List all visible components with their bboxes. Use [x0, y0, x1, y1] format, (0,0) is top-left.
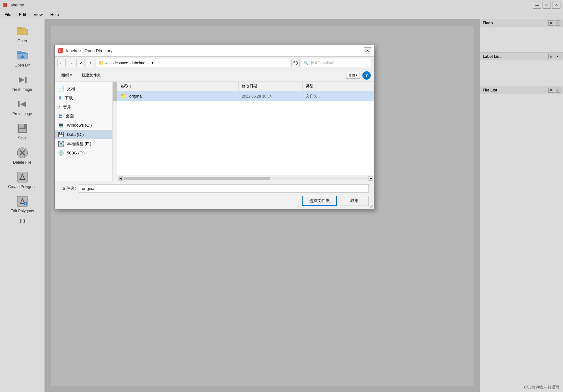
dialog-file-area: 名称 ↑ 修改日期 类型 📁 original [117, 82, 374, 181]
folder-label: 文件夹: [60, 185, 76, 191]
path-part-2: labelme [132, 61, 145, 65]
music-icon: ♪ [58, 104, 60, 110]
svg-line-34 [371, 207, 373, 208]
path-folder-icon: 📁 [99, 60, 104, 66]
data-d-label: Data (D:) [67, 132, 84, 137]
search-bar[interactable]: 🔍 搜索"labelme" [301, 59, 371, 67]
col-header-name[interactable]: 名称 ↑ [117, 82, 239, 91]
file-list-body: 📁 original 2022.05.28 16:34 文件夹 [117, 91, 374, 176]
sidebar-item-data-d[interactable]: 💾 Data (D:) [55, 130, 112, 139]
data-d-icon: 💾 [58, 131, 64, 137]
windows-c-icon: 💻 [58, 122, 64, 128]
dialog-sidebar: 📄 文档 ⬇ 下载 ♪ 音乐 🖥 桌面 [55, 82, 117, 181]
h-scroll-left-arrow[interactable]: ◀ [118, 176, 123, 181]
sidebar-item-desktop[interactable]: 🖥 桌面 [55, 112, 112, 121]
horizontal-scrollbar[interactable]: ◀ ▶ [117, 176, 374, 181]
file-row-original-type: 文件夹 [306, 93, 371, 99]
dialog-title-text: labelme - Open Directory [66, 48, 113, 53]
file-row-original-name: 📁 original [120, 93, 242, 99]
sidebar-item-local-e[interactable]: 💽 本地磁盘 (E:) [55, 139, 112, 148]
refresh-button[interactable] [291, 59, 300, 67]
documents-icon: 📄 [58, 86, 64, 92]
windows-c-label: Windows (C:) [67, 123, 92, 128]
organize-label: 组织 ▾ [61, 73, 72, 78]
nav-dropdown-button[interactable]: ∨ [76, 59, 85, 67]
sidebar-scroll-area: 📄 文档 ⬇ 下载 ♪ 音乐 🖥 桌面 [55, 84, 117, 158]
confirm-button[interactable]: 选择文件夹 [302, 196, 337, 206]
col-sort-icon: ↑ [129, 84, 131, 89]
downloads-icon: ⬇ [58, 95, 62, 101]
folder-input-row: 文件夹: [60, 184, 369, 192]
svg-text:L: L [59, 49, 61, 53]
path-chevron-2: › [147, 61, 148, 65]
nav-forward-button[interactable]: → [67, 59, 75, 67]
file-list-header: 名称 ↑ 修改日期 类型 [117, 82, 374, 91]
view-button[interactable]: ⊞ ⊟ ▾ [346, 72, 360, 79]
file-folder-icon: 📁 [120, 93, 127, 99]
path-bar[interactable]: 📁 « codespace › labelme › ▾ [96, 59, 290, 67]
file-row-original-date: 2022.05.28 16:34 [242, 94, 306, 98]
sidebar-item-documents[interactable]: 📄 文档 [55, 84, 112, 93]
file-name-text: original [129, 94, 143, 98]
path-chevron-1: › [129, 61, 131, 65]
storage-f-label: 500G (F:) [67, 151, 85, 155]
dialog-title-bar: L labelme - Open Directory ✕ [55, 45, 374, 57]
file-row-original[interactable]: 📁 original 2022.05.28 16:34 文件夹 [117, 91, 374, 101]
new-folder-button[interactable]: 新建文件夹 [78, 71, 104, 80]
view-dropdown-arrow: ▾ [356, 73, 358, 77]
local-e-label: 本地磁盘 (E:) [67, 141, 91, 147]
dialog-toolbar: ← → ∨ ↑ 📁 « codespace › labelme › ▾ 🔍 [55, 57, 374, 69]
sidebar-scrollbar-thumb [113, 82, 117, 101]
local-e-icon: 💽 [58, 141, 64, 147]
col-header-date[interactable]: 修改日期 [239, 82, 303, 91]
svg-marker-31 [294, 62, 295, 63]
dialog-overlay: L labelme - Open Directory ✕ ← → ∨ ↑ 📁 «… [0, 0, 563, 392]
h-scroll-track[interactable] [123, 177, 368, 180]
view-icon: ⊞ ⊟ [348, 73, 355, 77]
svg-line-33 [370, 205, 373, 208]
h-scroll-thumb [123, 177, 270, 180]
search-placeholder: 搜索"labelme" [311, 60, 335, 66]
documents-label: 文档 [67, 86, 75, 92]
music-label: 音乐 [63, 104, 71, 110]
sidebar-item-windows-c[interactable]: 💻 Windows (C:) [55, 121, 112, 130]
nav-back-button[interactable]: ← [57, 59, 66, 67]
desktop-label: 桌面 [66, 113, 74, 119]
new-folder-label: 新建文件夹 [82, 73, 101, 77]
nav-up-button[interactable]: ↑ [86, 59, 94, 67]
dialog-footer: 文件夹: 选择文件夹 取消 [55, 181, 374, 209]
path-dropdown-arrow[interactable]: ▾ [149, 59, 155, 67]
dialog-resize-handle[interactable] [369, 204, 373, 208]
downloads-label: 下载 [65, 95, 73, 101]
help-button[interactable]: ? [362, 71, 371, 80]
open-directory-dialog: L labelme - Open Directory ✕ ← → ∨ ↑ 📁 «… [54, 45, 374, 209]
organize-button[interactable]: 组织 ▾ [58, 71, 75, 80]
h-scroll-right-arrow[interactable]: ▶ [368, 176, 373, 181]
sidebar-scrollbar[interactable] [112, 82, 117, 181]
cancel-button[interactable]: 取消 [340, 196, 369, 206]
sidebar-item-music[interactable]: ♪ 音乐 [55, 103, 112, 112]
dialog-buttons: 选择文件夹 取消 [60, 196, 369, 206]
dialog-body: 📄 文档 ⬇ 下载 ♪ 音乐 🖥 桌面 [55, 82, 374, 181]
folder-input[interactable] [79, 184, 369, 192]
sidebar-item-storage-f[interactable]: 💿 500G (F:) [55, 148, 112, 158]
col-header-type[interactable]: 类型 [303, 82, 374, 91]
path-part-1: « codespace [105, 61, 128, 65]
desktop-icon: 🖥 [58, 113, 63, 119]
dialog-title-icon: L [58, 48, 64, 54]
dialog-action-bar: 组织 ▾ 新建文件夹 ⊞ ⊟ ▾ ? [55, 69, 374, 82]
search-icon: 🔍 [304, 61, 309, 65]
storage-f-icon: 💿 [58, 150, 64, 156]
sidebar-item-downloads[interactable]: ⬇ 下载 [55, 93, 112, 103]
dialog-close-button[interactable]: ✕ [364, 47, 371, 54]
